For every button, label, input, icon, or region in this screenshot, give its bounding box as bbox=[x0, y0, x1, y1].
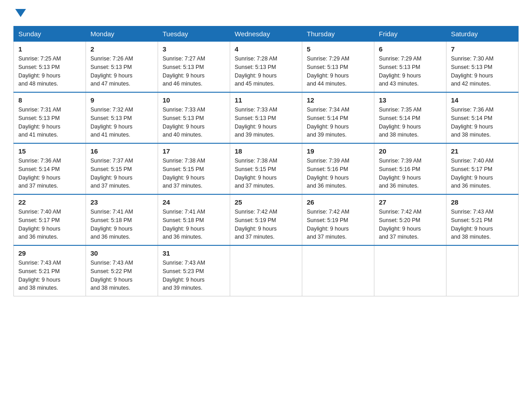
day-number: 27 bbox=[379, 198, 442, 206]
day-number: 17 bbox=[163, 147, 225, 155]
header-day-thursday: Thursday bbox=[302, 26, 374, 42]
day-info: Sunrise: 7:42 AM Sunset: 5:20 PM Dayligh… bbox=[379, 208, 442, 241]
calendar-cell: 28 Sunrise: 7:43 AM Sunset: 5:21 PM Dayl… bbox=[446, 194, 519, 245]
week-row-2: 8 Sunrise: 7:31 AM Sunset: 5:13 PM Dayli… bbox=[14, 92, 519, 143]
calendar-cell: 30 Sunrise: 7:43 AM Sunset: 5:22 PM Dayl… bbox=[86, 245, 158, 296]
calendar-cell: 31 Sunrise: 7:43 AM Sunset: 5:23 PM Dayl… bbox=[158, 245, 230, 296]
day-number: 15 bbox=[18, 147, 81, 155]
calendar-cell: 1 Sunrise: 7:25 AM Sunset: 5:13 PM Dayli… bbox=[14, 42, 86, 93]
day-info: Sunrise: 7:43 AM Sunset: 5:23 PM Dayligh… bbox=[163, 259, 225, 292]
day-info: Sunrise: 7:39 AM Sunset: 5:16 PM Dayligh… bbox=[307, 157, 369, 190]
calendar-cell: 12 Sunrise: 7:34 AM Sunset: 5:14 PM Dayl… bbox=[302, 92, 374, 143]
day-info: Sunrise: 7:38 AM Sunset: 5:15 PM Dayligh… bbox=[235, 157, 297, 190]
day-number: 1 bbox=[18, 45, 81, 53]
logo-arrow-icon bbox=[15, 9, 26, 17]
calendar-cell: 3 Sunrise: 7:27 AM Sunset: 5:13 PM Dayli… bbox=[158, 42, 230, 93]
day-number: 8 bbox=[18, 96, 81, 104]
week-row-5: 29 Sunrise: 7:43 AM Sunset: 5:21 PM Dayl… bbox=[14, 245, 519, 296]
day-info: Sunrise: 7:42 AM Sunset: 5:19 PM Dayligh… bbox=[307, 208, 369, 241]
calendar-cell: 18 Sunrise: 7:38 AM Sunset: 5:15 PM Dayl… bbox=[230, 143, 302, 194]
day-info: Sunrise: 7:37 AM Sunset: 5:15 PM Dayligh… bbox=[90, 157, 153, 190]
day-info: Sunrise: 7:29 AM Sunset: 5:13 PM Dayligh… bbox=[379, 55, 442, 88]
day-number: 11 bbox=[235, 96, 297, 104]
day-number: 18 bbox=[235, 147, 297, 155]
day-number: 14 bbox=[451, 96, 514, 104]
calendar-cell bbox=[446, 245, 519, 296]
calendar-cell: 17 Sunrise: 7:38 AM Sunset: 5:15 PM Dayl… bbox=[158, 143, 230, 194]
day-info: Sunrise: 7:39 AM Sunset: 5:16 PM Dayligh… bbox=[379, 157, 442, 190]
day-info: Sunrise: 7:33 AM Sunset: 5:13 PM Dayligh… bbox=[163, 106, 225, 139]
calendar-cell: 9 Sunrise: 7:32 AM Sunset: 5:13 PM Dayli… bbox=[86, 92, 158, 143]
calendar-cell bbox=[302, 245, 374, 296]
calendar-cell: 15 Sunrise: 7:36 AM Sunset: 5:14 PM Dayl… bbox=[14, 143, 86, 194]
day-info: Sunrise: 7:34 AM Sunset: 5:14 PM Dayligh… bbox=[307, 106, 369, 139]
day-number: 21 bbox=[451, 147, 514, 155]
day-number: 4 bbox=[235, 45, 297, 53]
day-number: 6 bbox=[379, 45, 442, 53]
day-number: 28 bbox=[451, 198, 514, 206]
calendar-cell: 4 Sunrise: 7:28 AM Sunset: 5:13 PM Dayli… bbox=[230, 42, 302, 93]
calendar-cell: 22 Sunrise: 7:40 AM Sunset: 5:17 PM Dayl… bbox=[14, 194, 86, 245]
logo bbox=[13, 9, 26, 17]
day-number: 10 bbox=[163, 96, 225, 104]
day-number: 7 bbox=[451, 45, 514, 53]
day-number: 16 bbox=[90, 147, 153, 155]
day-info: Sunrise: 7:27 AM Sunset: 5:13 PM Dayligh… bbox=[163, 55, 225, 88]
day-info: Sunrise: 7:35 AM Sunset: 5:14 PM Dayligh… bbox=[379, 106, 442, 139]
day-number: 20 bbox=[379, 147, 442, 155]
day-info: Sunrise: 7:32 AM Sunset: 5:13 PM Dayligh… bbox=[90, 106, 153, 139]
calendar-cell: 20 Sunrise: 7:39 AM Sunset: 5:16 PM Dayl… bbox=[374, 143, 446, 194]
calendar-cell: 24 Sunrise: 7:41 AM Sunset: 5:18 PM Dayl… bbox=[158, 194, 230, 245]
calendar-cell: 10 Sunrise: 7:33 AM Sunset: 5:13 PM Dayl… bbox=[158, 92, 230, 143]
calendar-cell bbox=[230, 245, 302, 296]
day-info: Sunrise: 7:40 AM Sunset: 5:17 PM Dayligh… bbox=[18, 208, 81, 241]
header-row: SundayMondayTuesdayWednesdayThursdayFrid… bbox=[14, 26, 519, 42]
calendar-cell: 29 Sunrise: 7:43 AM Sunset: 5:21 PM Dayl… bbox=[14, 245, 86, 296]
calendar-cell: 25 Sunrise: 7:42 AM Sunset: 5:19 PM Dayl… bbox=[230, 194, 302, 245]
day-info: Sunrise: 7:38 AM Sunset: 5:15 PM Dayligh… bbox=[163, 157, 225, 190]
day-info: Sunrise: 7:25 AM Sunset: 5:13 PM Dayligh… bbox=[18, 55, 81, 88]
day-number: 23 bbox=[90, 198, 153, 206]
day-info: Sunrise: 7:36 AM Sunset: 5:14 PM Dayligh… bbox=[451, 106, 514, 139]
calendar-cell: 13 Sunrise: 7:35 AM Sunset: 5:14 PM Dayl… bbox=[374, 92, 446, 143]
day-number: 31 bbox=[163, 249, 225, 257]
day-info: Sunrise: 7:36 AM Sunset: 5:14 PM Dayligh… bbox=[18, 157, 81, 190]
calendar-cell: 14 Sunrise: 7:36 AM Sunset: 5:14 PM Dayl… bbox=[446, 92, 519, 143]
day-info: Sunrise: 7:40 AM Sunset: 5:17 PM Dayligh… bbox=[451, 157, 514, 190]
day-info: Sunrise: 7:41 AM Sunset: 5:18 PM Dayligh… bbox=[163, 208, 225, 241]
day-number: 5 bbox=[307, 45, 369, 53]
day-number: 13 bbox=[379, 96, 442, 104]
day-info: Sunrise: 7:26 AM Sunset: 5:13 PM Dayligh… bbox=[90, 55, 153, 88]
calendar-cell: 16 Sunrise: 7:37 AM Sunset: 5:15 PM Dayl… bbox=[86, 143, 158, 194]
day-info: Sunrise: 7:29 AM Sunset: 5:13 PM Dayligh… bbox=[307, 55, 369, 88]
page-header bbox=[13, 9, 519, 17]
calendar-cell: 27 Sunrise: 7:42 AM Sunset: 5:20 PM Dayl… bbox=[374, 194, 446, 245]
calendar-cell: 7 Sunrise: 7:30 AM Sunset: 5:13 PM Dayli… bbox=[446, 42, 519, 93]
calendar-cell: 23 Sunrise: 7:41 AM Sunset: 5:18 PM Dayl… bbox=[86, 194, 158, 245]
day-number: 22 bbox=[18, 198, 81, 206]
day-number: 12 bbox=[307, 96, 369, 104]
week-row-3: 15 Sunrise: 7:36 AM Sunset: 5:14 PM Dayl… bbox=[14, 143, 519, 194]
header-day-saturday: Saturday bbox=[446, 26, 519, 42]
header-day-wednesday: Wednesday bbox=[230, 26, 302, 42]
week-row-4: 22 Sunrise: 7:40 AM Sunset: 5:17 PM Dayl… bbox=[14, 194, 519, 245]
day-info: Sunrise: 7:30 AM Sunset: 5:13 PM Dayligh… bbox=[451, 55, 514, 88]
calendar-cell: 5 Sunrise: 7:29 AM Sunset: 5:13 PM Dayli… bbox=[302, 42, 374, 93]
calendar-cell: 26 Sunrise: 7:42 AM Sunset: 5:19 PM Dayl… bbox=[302, 194, 374, 245]
calendar-cell: 8 Sunrise: 7:31 AM Sunset: 5:13 PM Dayli… bbox=[14, 92, 86, 143]
day-info: Sunrise: 7:28 AM Sunset: 5:13 PM Dayligh… bbox=[235, 55, 297, 88]
day-info: Sunrise: 7:31 AM Sunset: 5:13 PM Dayligh… bbox=[18, 106, 81, 139]
calendar-cell: 19 Sunrise: 7:39 AM Sunset: 5:16 PM Dayl… bbox=[302, 143, 374, 194]
calendar-cell: 6 Sunrise: 7:29 AM Sunset: 5:13 PM Dayli… bbox=[374, 42, 446, 93]
calendar-table: SundayMondayTuesdayWednesdayThursdayFrid… bbox=[13, 26, 519, 296]
day-info: Sunrise: 7:43 AM Sunset: 5:22 PM Dayligh… bbox=[90, 259, 153, 292]
day-number: 2 bbox=[90, 45, 153, 53]
day-info: Sunrise: 7:41 AM Sunset: 5:18 PM Dayligh… bbox=[90, 208, 153, 241]
day-number: 26 bbox=[307, 198, 369, 206]
calendar-cell: 2 Sunrise: 7:26 AM Sunset: 5:13 PM Dayli… bbox=[86, 42, 158, 93]
week-row-1: 1 Sunrise: 7:25 AM Sunset: 5:13 PM Dayli… bbox=[14, 42, 519, 93]
day-info: Sunrise: 7:33 AM Sunset: 5:13 PM Dayligh… bbox=[235, 106, 297, 139]
header-day-sunday: Sunday bbox=[14, 26, 86, 42]
calendar-cell: 21 Sunrise: 7:40 AM Sunset: 5:17 PM Dayl… bbox=[446, 143, 519, 194]
day-number: 24 bbox=[163, 198, 225, 206]
